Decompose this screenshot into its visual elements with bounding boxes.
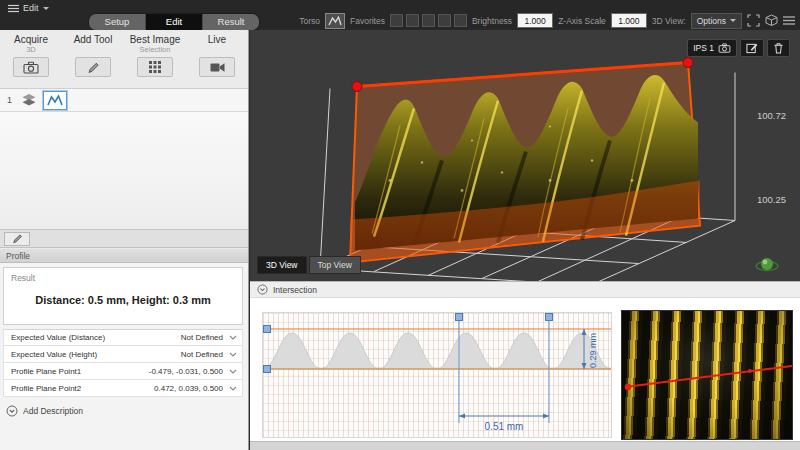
profile-section-header[interactable]: Profile [0,249,248,263]
app-window: Edit Setup Edit Result Torso Favorites B… [0,0,800,450]
profile-wave-icon [47,94,63,106]
3d-cube-button[interactable] [765,14,778,27]
favorite-slot-1[interactable] [390,14,403,27]
handle-distance-right[interactable] [546,314,553,321]
profile-chart-overlay: 0.51 mm 0.29 mm [263,313,611,437]
torso-toggle-button[interactable] [325,13,345,29]
plane-handle-left[interactable] [352,82,362,92]
delete-button[interactable] [767,39,790,57]
tab-result[interactable]: Result [203,14,259,30]
height-dimension-label: 0.29 mm [588,333,598,368]
intersection-red-line[interactable] [625,366,792,387]
layer-index: 1 [7,95,15,105]
favorite-slot-2[interactable] [406,14,419,27]
topbar: Edit Setup Edit Result Torso Favorites B… [0,0,800,30]
cube-icon [765,14,778,27]
3d-viewport[interactable]: IPS 1 100.72 100.25 3D View Top View [250,30,800,281]
chevron-down-icon[interactable] [229,386,237,391]
chevron-down-icon[interactable] [229,369,237,374]
property-value: -0.479, -0.031, 0.500 [149,367,223,376]
profile-chart[interactable]: 0.51 mm 0.29 mm [262,312,612,438]
z-axis-tick-lower: 100.25 [757,194,786,205]
add-tool-button[interactable] [75,57,111,77]
arrow-right [543,414,549,419]
best-image-label: Best Image [130,34,181,45]
intersection-panel: Intersection 0.51 mm 0.29 mm [250,281,800,441]
pencil-icon [12,233,23,244]
orientation-gizmo[interactable] [754,254,780,278]
profile-tool-selected[interactable] [43,91,67,110]
edit-menu-label: Edit [23,3,39,13]
layer-row-1[interactable]: 1 [0,89,248,112]
property-value: 0.472, 0.039, 0.500 [154,384,223,393]
intersection-title: Intersection [273,285,317,295]
add-description-button[interactable]: Add Description [6,405,83,417]
pencil-icon [87,61,100,74]
plane-handle-right[interactable] [683,58,693,68]
acquire-3d-button[interactable] [13,57,49,77]
ips-label: IPS 1 [693,43,714,53]
property-label: Expected Value (Height) [11,350,177,359]
red-endpoint[interactable] [625,384,631,390]
acquire-label: Acquire [14,34,48,45]
handle-distance-left[interactable] [456,314,463,321]
annotate-button[interactable] [740,39,764,57]
red-midpoint [748,369,752,373]
result-card: Result Distance: 0.5 mm, Height: 0.3 mm [3,267,243,325]
best-image-sub-label: Selection [140,45,171,54]
best-image-group: Best Image Selection [124,32,186,77]
edit-profile-button[interactable] [4,232,30,246]
status-strip [250,441,800,450]
ips-snapshot-button[interactable]: IPS 1 [687,39,737,57]
viewport-buttons: IPS 1 [687,39,790,57]
chevron-down-icon[interactable] [229,352,237,357]
add-description-label: Add Description [23,406,83,416]
tab-edit[interactable]: Edit [146,14,203,30]
best-image-button[interactable] [137,57,173,77]
acquire-tool-group: Acquire 3D [0,32,62,77]
chevron-down-icon [43,7,49,10]
property-row-plane-point2[interactable]: Profile Plane Point2 0.472, 0.039, 0.500 [3,380,243,397]
live-view-button[interactable] [199,57,235,77]
favorite-slot-5[interactable] [454,14,467,27]
property-row-plane-point1[interactable]: Profile Plane Point1 -0.479, -0.031, 0.5… [3,363,243,380]
tab-setup[interactable]: Setup [89,14,146,30]
layout-list-button[interactable] [783,15,795,26]
profile-properties: Expected Value (Distance) Not Defined Ex… [3,329,243,397]
3dview-label: 3D View: [652,16,686,26]
torso-label: Torso [299,16,320,26]
fullscreen-button[interactable] [747,14,760,27]
zaxis-scale-input[interactable]: 1.000 [611,13,647,28]
edit-menu[interactable]: Edit [8,2,49,14]
chevron-down-icon[interactable] [229,335,237,340]
favorite-slot-4[interactable] [438,14,451,27]
property-row-expected-distance[interactable]: Expected Value (Distance) Not Defined [3,329,243,346]
3d-scene[interactable] [250,30,800,281]
top-view-button[interactable]: Top View [309,256,361,274]
brightness-input[interactable]: 1.000 [517,13,553,28]
camera-icon [23,61,39,74]
add-tool-group: Add Tool [62,32,124,77]
favorites-label: Favorites [350,16,385,26]
add-tool-label: Add Tool [74,34,113,45]
favorite-slot-3[interactable] [422,14,435,27]
3d-view-button[interactable]: 3D View [257,256,307,274]
chevron-down-icon [730,19,736,22]
arrow-left [459,414,465,419]
property-row-expected-height[interactable]: Expected Value (Height) Not Defined [3,346,243,363]
circle-chevron-icon [257,284,268,295]
acquire-toolbar: Acquire 3D Add Tool Best Image Selection [0,32,248,77]
property-label: Profile Plane Point1 [11,367,145,376]
camera-preview [621,310,793,440]
profile-curve [263,333,611,369]
mode-tabs: Setup Edit Result [88,13,260,31]
3dview-options-dropdown[interactable]: Options [691,13,742,29]
profile-peak-icon [328,15,342,26]
layer-list: 1 [0,88,248,230]
handle-height-upper[interactable] [264,326,271,333]
intersection-header[interactable]: Intersection [250,282,800,298]
handle-height-lower[interactable] [264,366,271,373]
circle-chevron-icon [6,405,18,417]
edit-box-icon [746,42,758,54]
favorites-slots [390,14,467,27]
